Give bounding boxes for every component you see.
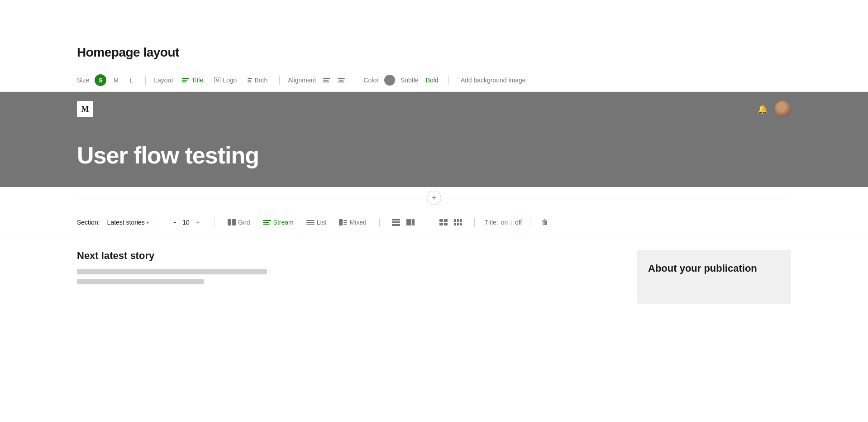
title-controls: Title: on | off [485,219,522,226]
content-area: Next latest story About your publication [0,236,868,318]
single-column-icon [392,219,400,226]
chevron-down-icon: ▾ [147,220,149,225]
size-l-button[interactable]: L [125,74,137,86]
story-line-2 [77,279,204,284]
color-picker-button[interactable] [384,75,395,86]
section-divider-left [77,198,421,198]
both-layout-icon [248,78,252,82]
stream-icon [263,219,271,225]
section-divider-right [447,198,791,198]
size-label: Size [77,77,89,84]
align-center-icon [338,78,345,82]
medium-logo: M [77,101,93,117]
about-publication-title: About your publication [648,263,780,274]
mixed-icon [339,219,347,225]
grid-4-icon [439,219,448,225]
separator-2 [279,76,280,85]
size-s-button[interactable]: S [95,74,106,86]
separator-10 [530,218,530,227]
avatar[interactable] [775,101,791,117]
grid-size-icons [437,216,464,229]
page-title: Homepage layout [77,45,791,60]
align-left-button[interactable] [321,76,332,84]
view-stream-button[interactable]: Stream [258,216,298,228]
separator-6 [215,218,215,227]
single-column-button[interactable] [390,216,402,229]
layout-label: Layout [154,77,173,84]
alignment-label: Alignment [288,77,316,84]
color-label: Color [363,77,378,84]
story-line-1 [77,269,267,274]
separator-3 [355,76,355,85]
grid-icon [228,219,236,225]
trash-icon: 🗑 [541,218,548,226]
grid-6-icon [454,219,462,225]
add-section-button[interactable]: + [427,191,441,205]
view-mixed-button[interactable]: Mixed [334,216,371,228]
title-toggle-label: Title: [485,219,498,226]
layout-title-button[interactable]: Title [178,75,207,86]
preview-hero: M 🔔 User flow testing [0,92,868,187]
title-layout-icon [182,78,189,82]
logo-layout-icon: M [214,77,220,83]
bell-icon: 🔔 [758,104,768,114]
count-value: 10 [182,219,190,226]
grid-4-button[interactable] [437,216,450,229]
toolbar: Size S M L Layout Title M Logo Both Alig… [0,69,868,92]
preview-publication-title: User flow testing [77,142,791,187]
add-section-area: + [0,187,868,209]
section-dropdown-button[interactable]: Latest stories ▾ [105,217,151,228]
color-subtle-button[interactable]: Subtle [399,75,420,86]
half-column-button[interactable] [404,216,417,229]
title-on-button[interactable]: on [501,219,508,226]
layout-logo-button[interactable]: M Logo [210,75,240,86]
half-column-icon [406,219,415,225]
next-story-title: Next latest story [77,250,624,262]
layout-both-button[interactable]: Both [244,75,271,86]
separator-8 [427,218,427,227]
avatar-image [775,101,791,117]
count-controls: - 10 + [171,217,203,227]
separator-5 [159,218,159,227]
separator-1 [145,76,146,85]
delete-section-button[interactable]: 🗑 [539,216,551,229]
size-m-button[interactable]: M [110,74,122,86]
color-bold-button[interactable]: Bold [424,75,440,86]
title-separator: | [510,219,512,226]
sidebar-content: About your publication [637,250,791,304]
section-controls: Section: Latest stories ▾ - 10 + Grid St… [0,209,868,236]
view-grid-button[interactable]: Grid [223,216,254,228]
main-content: Next latest story [77,250,624,304]
title-off-button[interactable]: off [515,219,522,226]
add-background-image-button[interactable]: Add background image [457,75,529,86]
view-list-button[interactable]: List [302,216,331,228]
nav-right: 🔔 [758,101,791,117]
grid-6-button[interactable] [452,216,464,229]
about-box: About your publication [637,250,791,304]
separator-4 [448,76,449,85]
page-header: Homepage layout [0,27,868,69]
separator-7 [379,218,380,227]
preview-nav: M 🔔 [77,92,791,126]
align-left-icon [323,78,330,82]
grid-layout-icons [390,216,417,229]
top-bar [0,0,868,27]
section-label: Section: [77,219,100,226]
section-dropdown-value: Latest stories [107,219,145,226]
align-center-button[interactable] [336,76,347,84]
separator-9 [474,218,475,227]
count-plus-button[interactable]: + [193,217,203,227]
list-icon [306,219,315,225]
count-minus-button[interactable]: - [171,217,179,227]
